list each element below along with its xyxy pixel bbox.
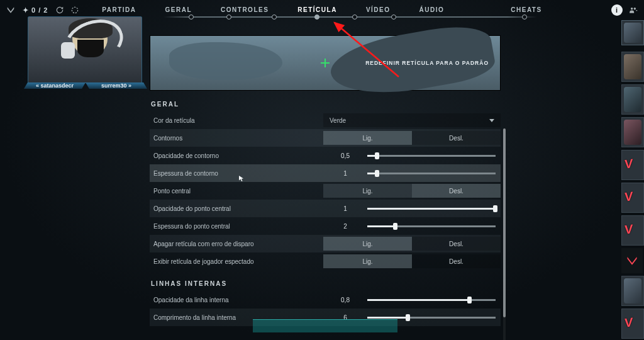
nav-geral[interactable]: GERAL [157, 4, 201, 16]
nav-dot [226, 14, 231, 20]
refresh-icon[interactable] [54, 4, 65, 16]
svg-point-0 [72, 7, 78, 13]
nav-dot [352, 14, 357, 20]
row-opacidade-contorno: Opacidade de contorno 0,5 [150, 147, 501, 164]
valorant-logo-icon[interactable] [621, 248, 643, 273]
value-op-ponto: 1 [323, 205, 367, 212]
agent-rail: 12 V V V V [621, 20, 643, 339]
label-op-ponto: Opacidade do ponto central [150, 205, 323, 212]
label-op-linha: Opacidade da linha interna [150, 297, 323, 303]
panel-scrollbar[interactable] [503, 128, 506, 340]
nav-audio[interactable]: ÁUDIO [411, 4, 453, 16]
portrait-ally-1[interactable] [621, 52, 644, 82]
slider-op-linha[interactable] [367, 293, 501, 307]
row-esp-ponto: Espessura do ponto central 2 [150, 217, 501, 235]
toggle-erro-off[interactable]: Desl. [412, 237, 501, 251]
label-ponto: Ponto central [150, 188, 323, 195]
value-op-contorno: 0,5 [323, 152, 367, 159]
top-right-cluster: i [611, 4, 639, 16]
portrait-extra-1[interactable] [621, 276, 644, 306]
nav-dot-active [314, 14, 319, 20]
portrait-enemy-3[interactable]: V [621, 215, 644, 246]
toggle-ponto-on[interactable]: Lig. [323, 184, 412, 198]
nav-dot [391, 14, 396, 20]
toggle-contornos-off[interactable]: Desl. [412, 131, 501, 145]
scroll-thumb[interactable] [503, 128, 506, 317]
slider-op-contorno[interactable] [367, 149, 501, 162]
portrait-extra-2[interactable]: V [621, 309, 644, 339]
nav-dot [522, 14, 527, 20]
bottom-action-button[interactable] [253, 319, 397, 332]
value-op-linha: 0,8 [323, 297, 367, 303]
info-icon[interactable]: i [611, 4, 623, 16]
portrait-enemy-1[interactable]: V [621, 150, 644, 180]
score-text: ✦ 0 / 2 [23, 6, 48, 14]
logo-icon[interactable] [5, 4, 16, 16]
toggle-espectado-on[interactable]: Lig. [323, 254, 412, 268]
nav-dot [189, 14, 194, 20]
toggle-espectado-off[interactable]: Desl. [412, 254, 501, 268]
portrait-ally-3[interactable] [621, 117, 644, 147]
crosshair-icon [323, 60, 328, 65]
top-left-cluster: ✦ 0 / 2 [5, 4, 80, 16]
label-contornos: Contornos [150, 135, 323, 142]
portrait-enemy-2[interactable]: V [621, 183, 644, 213]
reset-crosshair-button[interactable]: REDEFINIR RETÍCULA PARA O PADRÃO [365, 60, 489, 66]
rows-geral: Cor da retícula Verde Contornos Lig. Des… [150, 111, 501, 270]
nav-track [164, 16, 537, 18]
crosshair-preview: REDEFINIR RETÍCULA PARA O PADRÃO [150, 35, 501, 91]
row-ponto-central: Ponto central Lig. Desl. [150, 182, 501, 200]
slider-esp-contorno[interactable] [367, 166, 501, 180]
label-erro: Apagar retícula com erro de disparo [150, 241, 323, 247]
slider-op-ponto[interactable] [367, 201, 501, 215]
toggle-erro-on[interactable]: Lig. [323, 237, 412, 251]
section-linhas-title: LINHAS INTERNAS [151, 280, 501, 287]
player-banner: « satanasdecr surrem30 » [24, 79, 147, 92]
row-contornos: Contornos Lig. Desl. [150, 129, 501, 147]
target-icon[interactable] [69, 4, 80, 16]
toggle-ponto-off[interactable]: Desl. [412, 184, 501, 198]
portrait-self[interactable] [621, 20, 644, 45]
banner-left: « satanasdecr [24, 82, 86, 89]
nav-cheats[interactable]: CHEATS [502, 4, 550, 16]
value-esp-ponto: 2 [323, 223, 367, 230]
value-esp-contorno: 1 [323, 170, 367, 177]
settings-panel: REDEFINIR RETÍCULA PARA O PADRÃO GERAL C… [150, 35, 501, 331]
row-op-ponto: Opacidade do ponto central 1 [150, 200, 501, 217]
chevron-down-icon [489, 119, 494, 122]
row-erro-disparo: Apagar retícula com erro de disparo Lig.… [150, 235, 501, 252]
nav-dot [272, 14, 277, 20]
label-espectado: Exibir retícula de jogador espectado [150, 258, 323, 265]
nav-controles[interactable]: CONTROLES [212, 4, 277, 16]
row-espectado: Exibir retícula de jogador espectado Lig… [150, 252, 501, 270]
banner-right: surrem30 » [86, 82, 147, 89]
webcam-overlay [28, 16, 142, 83]
label-esp-contorno: Espessura de contorno [150, 170, 323, 177]
label-esp-ponto: Espessura do ponto central [150, 223, 323, 230]
dropdown-value: Verde [330, 117, 346, 124]
portrait-ally-2[interactable] [621, 84, 644, 115]
row-espessura-contorno: Espessura de contorno 1 [150, 164, 501, 182]
dropdown-cor-reticula[interactable]: Verde [323, 113, 501, 127]
row-cor-reticula: Cor da retícula Verde [150, 111, 501, 129]
slider-esp-ponto[interactable] [367, 219, 501, 233]
nav-partida[interactable]: PARTIDA [93, 4, 145, 16]
party-icon[interactable] [628, 4, 639, 16]
label-op-contorno: Opacidade de contorno [150, 152, 323, 159]
row-op-linha: Opacidade da linha interna 0,8 [150, 291, 501, 309]
settings-nav: PARTIDA GERAL CONTROLES RETÍCULA VÍDEO Á… [93, 4, 550, 16]
toggle-contornos-on[interactable]: Lig. [323, 131, 412, 145]
section-geral-title: GERAL [151, 101, 501, 108]
label-cor: Cor da retícula [150, 117, 323, 124]
